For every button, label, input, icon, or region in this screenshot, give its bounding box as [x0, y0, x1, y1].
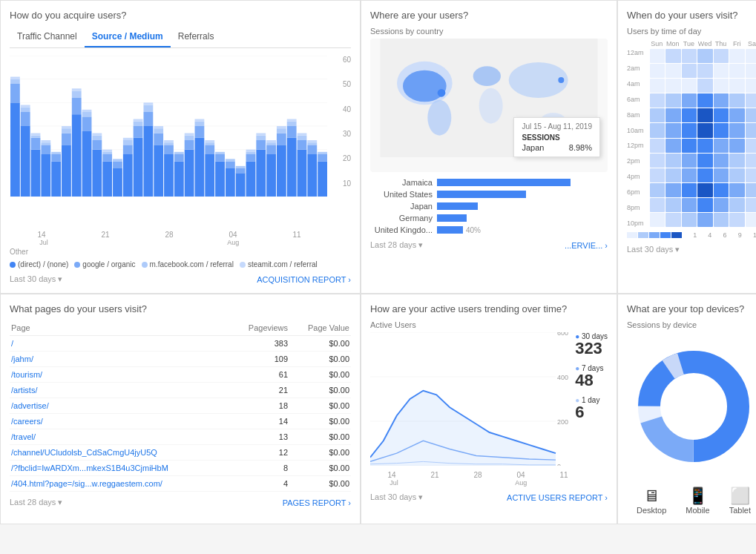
time-panel: When do your users visit? Users by time …: [617, 0, 756, 294]
time-8pm: 8pm: [627, 204, 648, 211]
tab-source-medium[interactable]: Source / Medium: [85, 27, 171, 47]
heat-cell: [665, 108, 680, 122]
devices-title: What are your top devices?: [627, 303, 756, 314]
pages-date-range[interactable]: Last 28 days ▾: [10, 498, 62, 507]
pageviews-cell: 109: [231, 352, 289, 367]
heat-cell: [682, 49, 697, 63]
tablet-icon: ⬜: [730, 487, 750, 506]
scale-label-9: 9: [738, 231, 742, 239]
tab-referrals[interactable]: Referrals: [171, 27, 222, 47]
active-footer: Last 30 days ▾ ACTIVE USERS REPORT ›: [370, 492, 608, 502]
heat-cell: [714, 64, 729, 78]
col-value: Page Value: [289, 320, 351, 336]
users-title: Where are your users?: [370, 10, 608, 21]
page-link[interactable]: /jahm/: [10, 352, 231, 367]
legend-label-facebook: m.facebook.com / referral: [150, 260, 234, 268]
svg-point-9: [558, 77, 564, 83]
country-row-japan: Japan: [370, 202, 608, 211]
heat-cell: [729, 168, 744, 182]
time-12am: 12am: [627, 49, 648, 56]
pages-report-link[interactable]: PAGES REPORT ›: [283, 498, 351, 507]
tab-traffic-channel[interactable]: Traffic Channel: [10, 27, 85, 47]
acquisition-report-link[interactable]: ACQUISITION REPORT ›: [257, 275, 351, 284]
arrow-right-icon4: ›: [348, 498, 351, 507]
desktop-icon: 🖥: [643, 487, 660, 506]
page-link[interactable]: /tourism/: [10, 367, 231, 383]
svg-point-14: [661, 374, 726, 439]
heat-cell: [746, 183, 756, 197]
page-link[interactable]: /travel/: [10, 429, 231, 445]
y-axis: 605040302010: [343, 56, 351, 204]
chevron-down-icon2: ▾: [418, 240, 423, 249]
table-row: /?fbclid=IwARDXm...mkexS1B4u3CjmiHbM8$0.…: [10, 461, 351, 476]
page-link[interactable]: /404.html?page=/sig...w.reggaestem.com/: [10, 476, 231, 492]
active-chart-wrapper: ● 30 days 323 ● 7 days 48 ● 1 day 6: [370, 332, 608, 468]
legend-facebook: m.facebook.com / referral: [142, 260, 234, 268]
active-panel: How are your active users trending over …: [361, 294, 617, 524]
page-link[interactable]: /careers/: [10, 414, 231, 429]
country-name-japan: Japan: [370, 202, 437, 211]
heat-cell: [665, 183, 680, 197]
heat-cell: [697, 183, 712, 197]
time-date-range[interactable]: Last 30 days ▾: [627, 245, 680, 254]
heat-cell: [714, 108, 729, 122]
scale-4: [638, 232, 648, 238]
country-bar-us: [437, 191, 526, 198]
page-link[interactable]: /channel/UCludolsb_CdSaCmgU4jyU5Q: [10, 445, 231, 461]
heat-cell: [729, 213, 744, 227]
day-wed: Wed: [697, 40, 713, 47]
value-cell: $0.00: [289, 445, 351, 461]
page-link[interactable]: /artists/: [10, 383, 231, 398]
page-link[interactable]: /advertise/: [10, 398, 231, 414]
scale-label-1: 1: [693, 231, 697, 239]
overview-report-link[interactable]: ...ERVIE... ›: [565, 241, 608, 250]
devices-subtitle: Sessions by device: [627, 320, 756, 329]
other-label: Other: [10, 248, 351, 256]
active-report-link[interactable]: ACTIVE USERS REPORT ›: [507, 493, 608, 502]
day-mon: Mon: [665, 40, 681, 47]
heat-cell: [650, 198, 665, 212]
time-10am: 10am: [627, 127, 648, 134]
scale-bar: [627, 232, 682, 238]
scale-9: [660, 232, 671, 238]
acquire-date-range[interactable]: Last 30 days ▾: [10, 274, 62, 284]
table-row: /channel/UCludolsb_CdSaCmgU4jyU5Q12$0.00: [10, 445, 351, 461]
table-row: /404.html?page=/sig...w.reggaestem.com/4…: [10, 476, 351, 492]
scale-label-11: 11: [753, 231, 756, 239]
table-row: /383$0.00: [10, 336, 351, 352]
heat-cell: [697, 49, 712, 63]
device-mobile: 📱 Mobile: [686, 487, 709, 515]
heat-cell: [682, 123, 697, 137]
page-link[interactable]: /: [10, 336, 231, 352]
heat-cell: [746, 93, 756, 108]
time-labels: 12am 2am 4am 6am 8am 10am 12pm 2pm 4pm 6…: [627, 49, 648, 227]
value-cell: $0.00: [289, 383, 351, 398]
legend-1day: ● 1 day 6: [575, 396, 608, 421]
svg-point-5: [479, 88, 503, 124]
pageviews-cell: 18: [231, 398, 289, 414]
heat-cell: [650, 123, 665, 137]
users-date-range[interactable]: Last 28 days ▾: [370, 240, 423, 250]
donut-svg: [627, 340, 756, 473]
heat-cell: [714, 183, 729, 197]
heat-cell: [697, 198, 712, 212]
users-footer: Last 28 days ▾ ...ERVIE... ›: [370, 240, 608, 250]
active-subtitle: Active Users: [370, 320, 608, 329]
country-bars: Jamaica United States Japan Germany Unit…: [370, 178, 608, 234]
label-1day: 1 day: [582, 396, 599, 404]
active-date-range[interactable]: Last 30 days ▾: [370, 492, 423, 502]
chevron-down-icon4: ▾: [58, 498, 62, 507]
value-cell: $0.00: [289, 367, 351, 383]
legend-dot-steamit: [240, 262, 246, 268]
heat-cell: [714, 139, 729, 153]
device-tablet: ⬜ Tablet: [729, 487, 751, 515]
heat-cell: [714, 123, 729, 137]
time-2am: 2am: [627, 65, 648, 72]
heat-cell: [665, 139, 680, 153]
day-tue: Tue: [681, 40, 697, 47]
chevron-down-icon5: ▾: [418, 492, 423, 501]
page-link[interactable]: /?fbclid=IwARDXm...mkexS1B4u3CjmiHbM: [10, 461, 231, 476]
x-axis: 1421280411: [10, 231, 351, 239]
heat-cell: [650, 213, 665, 227]
heat-cell: [665, 213, 680, 227]
